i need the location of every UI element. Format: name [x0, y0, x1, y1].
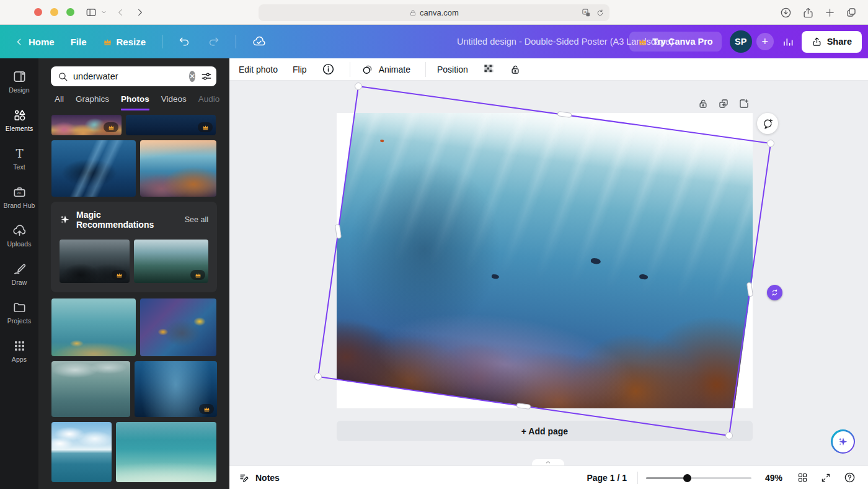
sidebar-item-draw[interactable]: Draw: [0, 254, 38, 293]
photo-thumbnail-aquarium-rays[interactable]: [51, 140, 136, 197]
sidebar-item-elements[interactable]: Elements: [0, 101, 38, 139]
see-all-link[interactable]: See all: [185, 215, 208, 224]
back-chevron-icon: [15, 37, 24, 47]
avatar[interactable]: SP: [730, 30, 752, 53]
photo-thumbnail-coral-sunbeams[interactable]: [140, 140, 216, 197]
photo-thumbnail-cartoon-coral[interactable]: [51, 115, 122, 135]
photo-thumbnail-surface-bubbles[interactable]: [51, 361, 130, 417]
transparency-icon[interactable]: [483, 63, 495, 75]
comment-plus-icon: [762, 118, 774, 130]
sidebar-item-text[interactable]: TText: [0, 139, 38, 177]
photo-thumbnail-fish-school[interactable]: [51, 298, 136, 356]
minimize-window-button[interactable]: [50, 8, 58, 16]
assistant-button[interactable]: [831, 429, 855, 454]
sidebar-item-uploads[interactable]: Uploads: [0, 216, 38, 254]
forward-icon[interactable]: [135, 7, 144, 17]
tab-photos[interactable]: Photos: [121, 94, 149, 110]
comment-button[interactable]: [757, 113, 778, 134]
photo-thumbnail-deep-light-column[interactable]: [135, 361, 217, 417]
file-menu-button[interactable]: File: [71, 37, 87, 47]
redo-icon[interactable]: [207, 35, 219, 48]
share-button[interactable]: Share: [802, 31, 862, 53]
rotate-handle[interactable]: [767, 285, 782, 300]
underwater-photo[interactable]: [337, 113, 753, 408]
lock-toggle-icon[interactable]: [510, 64, 521, 75]
sidebar-item-design[interactable]: Design: [0, 62, 38, 101]
new-tab-icon[interactable]: [825, 7, 835, 18]
translate-icon[interactable]: a: [582, 8, 591, 17]
zoom-percent[interactable]: 49%: [765, 473, 782, 483]
resize-button[interactable]: Resize: [103, 37, 146, 47]
insights-icon[interactable]: [782, 36, 794, 48]
window-controls: [34, 8, 74, 16]
animate-button[interactable]: Animate: [361, 63, 410, 76]
help-icon[interactable]: [844, 472, 856, 483]
downloads-icon[interactable]: [780, 7, 792, 19]
chevron-down-icon[interactable]: [100, 9, 107, 16]
edit-photo-button[interactable]: Edit photo: [239, 65, 278, 74]
magic-recommendations-card: Magic Recommendations See all: [51, 202, 217, 292]
app-header: Home File Resize Untitled design - Doubl…: [0, 25, 868, 58]
add-page-icon[interactable]: [738, 98, 750, 109]
notes-icon: [239, 472, 250, 483]
duplicate-page-icon[interactable]: [718, 98, 729, 109]
back-icon[interactable]: [116, 7, 126, 17]
home-button[interactable]: Home: [15, 37, 55, 47]
browser-chrome: canva.com a: [0, 0, 868, 25]
zoom-slider-thumb[interactable]: [683, 474, 691, 482]
flip-button[interactable]: Flip: [293, 65, 307, 74]
sidebar-item-projects[interactable]: Projects: [0, 293, 38, 331]
status-bar: Notes Page 1 / 1 49%: [229, 465, 868, 489]
zoom-window-button[interactable]: [66, 8, 74, 16]
reload-icon[interactable]: [596, 8, 604, 17]
sidebar-toggle-icon[interactable]: [86, 7, 97, 18]
search-input[interactable]: [73, 71, 189, 81]
tab-all[interactable]: All: [55, 94, 64, 110]
pro-crown-badge: [199, 404, 214, 414]
sidebar-nav: DesignElementsTTextco.Brand HubUploadsDr…: [0, 58, 38, 489]
sidebar-item-apps[interactable]: Apps: [0, 331, 38, 370]
filter-icon[interactable]: [201, 71, 212, 82]
zoom-slider[interactable]: [646, 473, 751, 482]
tab-overview-icon[interactable]: [846, 7, 857, 18]
uploads-icon: [12, 223, 27, 238]
close-window-button[interactable]: [34, 8, 42, 16]
sidebar-item-label: Brand Hub: [3, 202, 35, 209]
elements-icon: [12, 108, 27, 122]
page-count[interactable]: Page 1 / 1: [587, 473, 627, 483]
position-button[interactable]: Position: [437, 65, 468, 74]
thumbnail-row: [51, 298, 216, 356]
thumbnail-row: [51, 115, 216, 135]
sidebar-item-label: Text: [13, 163, 25, 171]
pro-crown-badge: [104, 122, 118, 132]
tab-audio[interactable]: Audio: [198, 94, 220, 110]
undo-icon[interactable]: [179, 35, 191, 48]
tab-videos[interactable]: Videos: [161, 94, 187, 110]
photo-thumbnail-sky-clouds[interactable]: [51, 422, 112, 482]
sidebar-item-brand-hub[interactable]: co.Brand Hub: [0, 177, 38, 216]
clear-search-button[interactable]: ✕: [189, 71, 195, 82]
photo-thumbnail-colorful-aquarium[interactable]: [140, 298, 216, 356]
pro-crown-badge: [190, 270, 205, 280]
header-divider: [236, 35, 236, 48]
info-icon[interactable]: [322, 63, 335, 76]
share-page-icon[interactable]: [802, 7, 814, 19]
photo-thumbnail-deep-blue[interactable]: [126, 115, 216, 135]
context-toolbar: Edit photo Flip Animate Position: [229, 58, 868, 81]
try-canva-pro-button[interactable]: Try Canva Pro: [629, 32, 722, 52]
scroll-up-pill[interactable]: [532, 459, 564, 465]
tab-graphics[interactable]: Graphics: [76, 94, 109, 110]
fullscreen-icon[interactable]: [821, 473, 831, 483]
add-page-button[interactable]: + Add page: [337, 421, 753, 441]
photo-thumbnail-sandy-teal[interactable]: [116, 422, 216, 482]
projects-icon: [12, 300, 27, 315]
magic-thumbnail-reef-overview[interactable]: [134, 240, 208, 283]
magic-thumbnail-dark-coral-night[interactable]: [60, 240, 130, 283]
design-page[interactable]: [337, 113, 753, 408]
sidebar-item-label: Elements: [6, 125, 33, 132]
add-member-button[interactable]: +: [756, 33, 774, 50]
notes-button[interactable]: Notes: [239, 472, 280, 483]
address-bar[interactable]: canva.com a: [259, 4, 609, 21]
grid-view-icon[interactable]: [797, 472, 808, 483]
lock-page-icon[interactable]: [698, 98, 709, 109]
